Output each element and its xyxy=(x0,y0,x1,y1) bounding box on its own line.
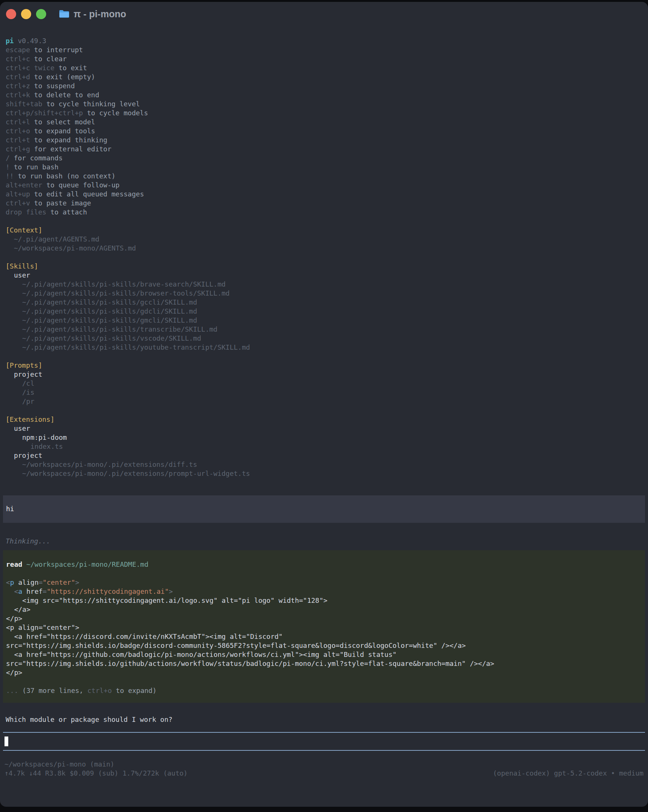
section-row: ~/.pi/agent/skills/pi-skills/gdcli/SKILL… xyxy=(0,307,648,316)
code-line: <a href="https://github.com/badlogic/pi-… xyxy=(3,650,645,659)
section-row: /pr xyxy=(0,397,648,406)
terminal-window: π - pi-mono piv0.49.3 escape to interrup… xyxy=(0,2,648,807)
section-row: npm:pi-doom xyxy=(0,433,648,442)
shortcut-line: ctrl+g for external editor xyxy=(0,145,648,154)
section-row: ~/.pi/agent/skills/pi-skills/gmcli/SKILL… xyxy=(0,316,648,325)
section-row: ~/.pi/agent/skills/pi-skills/youtube-tra… xyxy=(0,343,648,352)
spacer xyxy=(3,569,645,578)
section-row: index.ts xyxy=(0,442,648,451)
code-line: <p align="center"> xyxy=(3,578,645,587)
shortcut-line: ctrl+c to clear xyxy=(0,55,648,64)
section-header: [Skills] xyxy=(0,262,648,271)
section: [Skills]user~/.pi/agent/skills/pi-skills… xyxy=(0,262,648,352)
assistant-message: Which module or package should I work on… xyxy=(0,715,648,724)
section-row: ~/.pi/agent/skills/pi-skills/browser-too… xyxy=(0,289,648,298)
section-row: ~/.pi/agent/skills/pi-skills/gccli/SKILL… xyxy=(0,298,648,307)
cwd-branch: ~/workspaces/pi-mono (main) xyxy=(0,760,648,769)
status-bar: ~/workspaces/pi-mono (main) ↑4.7k ↓44 R3… xyxy=(0,760,648,778)
section-header: [Context] xyxy=(0,226,648,235)
tool-output-block: read~/workspaces/pi-mono/README.md <p al… xyxy=(3,550,645,703)
window-title: π - pi-mono xyxy=(73,9,126,18)
shortcut-list: escape to interruptctrl+c to clearctrl+c… xyxy=(0,46,648,217)
section-row: ~/.pi/agent/AGENTS.md xyxy=(0,235,648,244)
code-line: </a> xyxy=(3,605,645,614)
app-name: pi xyxy=(6,37,14,45)
section-row: ~/workspaces/pi-mono/.pi/extensions/prom… xyxy=(0,469,648,478)
app-version-line: piv0.49.3 xyxy=(0,37,648,46)
user-message: hi xyxy=(3,495,645,523)
code-line: </p> xyxy=(3,668,645,677)
tool-argument: ~/workspaces/pi-mono/README.md xyxy=(26,560,148,568)
shortcut-line: ctrl+l to select model xyxy=(0,118,648,127)
screen: { "window": { "title": "π - pi-mono" }, … xyxy=(0,0,648,812)
code-line: <p align="center"> xyxy=(3,623,645,632)
section-header: [Extensions] xyxy=(0,415,648,424)
section-row: ~/workspaces/pi-mono/.pi/extensions/diff… xyxy=(0,460,648,469)
shortcut-line: ctrl+v to paste image xyxy=(0,199,648,208)
titlebar[interactable]: π - pi-mono xyxy=(0,2,648,26)
code-line: src="https://img.shields.io/github/actio… xyxy=(3,659,645,668)
minimize-button[interactable] xyxy=(21,9,31,19)
section: [Context]~/.pi/agent/AGENTS.md~/workspac… xyxy=(0,226,648,253)
context-sections: [Context]~/.pi/agent/AGENTS.md~/workspac… xyxy=(0,226,648,478)
text-cursor xyxy=(5,737,8,746)
shortcut-line: alt+up to edit all queued messages xyxy=(0,190,648,199)
section-row: ~/.pi/agent/skills/pi-skills/vscode/SKIL… xyxy=(0,334,648,343)
thinking-indicator: Thinking... xyxy=(0,537,648,546)
shortcut-line: ctrl+z to suspend xyxy=(0,81,648,90)
shortcut-line: !! to run bash (no context) xyxy=(0,172,648,181)
shortcut-line: alt+enter to queue follow-up xyxy=(0,181,648,190)
token-usage: ↑4.7k ↓44 R3.8k $0.009 (sub) 1.7%/272k (… xyxy=(5,769,188,778)
section-row: /is xyxy=(0,388,648,397)
shortcut-line: shift+tab to cycle thinking level xyxy=(0,99,648,108)
shortcut-line: drop files to attach xyxy=(0,208,648,217)
section-row: /cl xyxy=(0,379,648,388)
code-line: </p> xyxy=(3,614,645,623)
section-row: project xyxy=(0,451,648,460)
status-row: ↑4.7k ↓44 R3.8k $0.009 (sub) 1.7%/272k (… xyxy=(0,769,648,778)
shortcut-line: ctrl+d to exit (empty) xyxy=(0,72,648,81)
spacer xyxy=(3,677,645,686)
code-line: <a href="https://shittycodingagent.ai"> xyxy=(3,587,645,596)
code-line: <a href="https://discord.com/invite/nKXT… xyxy=(3,632,645,641)
shortcut-line: ctrl+k to delete to end xyxy=(0,90,648,99)
section-row: ~/.pi/agent/skills/pi-skills/brave-searc… xyxy=(0,280,648,289)
shortcut-line: ctrl+o to expand tools xyxy=(0,127,648,136)
code-line: <img src="https://shittycodingagent.ai/l… xyxy=(3,596,645,605)
prompt-input[interactable] xyxy=(3,732,645,751)
model-indicator: (openai-codex) gpt-5.2-codex • medium xyxy=(493,769,643,778)
tool-command: read xyxy=(6,560,22,568)
app-version: v0.49.3 xyxy=(18,37,47,45)
section: [Extensions]usernpm:pi-doomindex.tsproje… xyxy=(0,415,648,478)
close-button[interactable] xyxy=(6,9,16,19)
shortcut-line: ctrl+p/shift+ctrl+p to cycle models xyxy=(0,108,648,118)
folder-icon xyxy=(59,9,70,18)
terminal-content: piv0.49.3 escape to interruptctrl+c to c… xyxy=(0,26,648,778)
zoom-button[interactable] xyxy=(36,9,46,19)
shortcut-line: ctrl+t to expand thinking xyxy=(0,136,648,145)
shortcut-line: / for commands xyxy=(0,154,648,163)
code-line: src="https://img.shields.io/badge/discor… xyxy=(3,641,645,650)
tool-header: read~/workspaces/pi-mono/README.md xyxy=(3,560,645,569)
section-row: user xyxy=(0,271,648,280)
shortcut-line: ! to run bash xyxy=(0,163,648,172)
section: [Prompts]project/cl/is/pr xyxy=(0,361,648,406)
section-row: ~/.pi/agent/skills/pi-skills/transcribe/… xyxy=(0,325,648,334)
truncation-line: ... (37 more lines, ctrl+o to expand) xyxy=(3,686,645,695)
user-message-text: hi xyxy=(3,504,645,513)
shortcut-line: escape to interrupt xyxy=(0,46,648,55)
section-header: [Prompts] xyxy=(0,361,648,370)
section-row: ~/workspaces/pi-mono/AGENTS.md xyxy=(0,244,648,253)
section-row: user xyxy=(0,424,648,433)
tool-code: <p align="center"> <a href="https://shit… xyxy=(3,578,645,677)
shortcut-line: ctrl+c twice to exit xyxy=(0,64,648,72)
section-row: project xyxy=(0,370,648,379)
